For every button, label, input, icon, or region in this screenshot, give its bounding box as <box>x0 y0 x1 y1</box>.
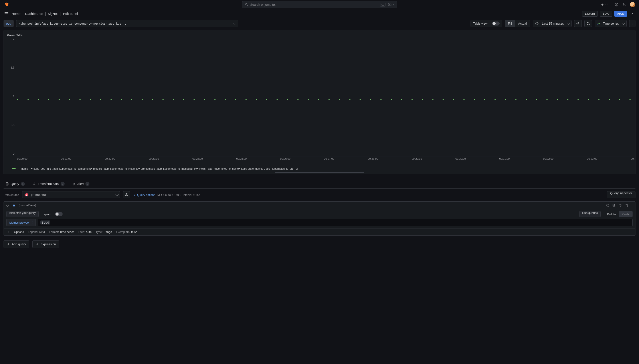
svg-point-4 <box>616 5 617 6</box>
query-ref-id[interactable]: A <box>11 203 17 208</box>
data-source-help-button[interactable] <box>123 191 130 198</box>
template-var-value: kube_pod_info{app_kubernetes_io_componen… <box>19 22 232 25</box>
panel: Panel Title 00.511.52 00:20:0000:21:0000… <box>4 30 635 174</box>
svg-rect-2 <box>382 4 384 6</box>
actual-option[interactable]: Actual <box>515 20 530 27</box>
collapse-options-button[interactable] <box>629 12 635 16</box>
visualization-label: Time series <box>603 22 619 25</box>
explain-toggle[interactable]: Explain <box>42 212 63 216</box>
svg-point-12 <box>126 196 127 196</box>
tab-query[interactable]: Query 1 <box>5 180 26 188</box>
kick-start-query-button[interactable]: Kick start your query <box>7 211 39 217</box>
menu-toggle[interactable] <box>4 11 9 17</box>
transform-icon <box>33 182 36 186</box>
builder-code-switch[interactable]: Builder Code <box>604 211 632 217</box>
table-view-label: Table view <box>473 22 487 25</box>
delete-query-button[interactable] <box>625 204 628 207</box>
tab-alert-badge: 0 <box>86 182 90 186</box>
breadcrumb-current: Edit panel <box>63 12 78 16</box>
tab-transform-label: Transform data <box>38 182 59 186</box>
explain-label: Explain <box>42 212 51 216</box>
template-var-name[interactable]: pod <box>4 20 14 27</box>
global-search[interactable]: Search or jump to... ⌘+k <box>242 1 397 8</box>
timeseries-icon <box>597 22 601 25</box>
toggle-query-visibility-button[interactable] <box>618 204 622 207</box>
add-query-button[interactable]: Add query <box>4 240 29 248</box>
chart[interactable]: 00.511.52 00:20:0000:21:0000:22:0000:23:… <box>4 40 635 166</box>
code-mode-option[interactable]: Code <box>619 211 632 217</box>
collapse-query-button[interactable] <box>5 204 9 206</box>
run-queries-button[interactable]: Run queries <box>579 211 600 217</box>
kbd-icon <box>380 3 386 7</box>
chevron-right-icon <box>31 221 33 224</box>
breadcrumb-home[interactable]: Home <box>12 12 21 16</box>
query-row: A (prometheus) Kick start your query Exp… <box>4 202 635 236</box>
add-menu[interactable] <box>600 3 607 6</box>
data-source-picker[interactable]: prometheus <box>22 191 120 198</box>
legend-color-swatch <box>12 168 16 169</box>
chevron-down-icon <box>622 22 625 25</box>
bell-icon <box>72 182 76 186</box>
legend-text: {__name__="kube_pod_info", app_kubernete… <box>18 167 298 170</box>
tab-alert[interactable]: Alert 0 <box>71 180 91 188</box>
time-range-picker[interactable]: Last 15 minutes <box>533 20 571 27</box>
tab-alert-label: Alert <box>78 182 84 186</box>
user-avatar[interactable] <box>630 2 635 8</box>
chevron-down-icon <box>234 22 237 25</box>
query-options-toggle[interactable]: Query options <box>137 193 155 196</box>
add-expression-button[interactable]: Expression <box>33 240 59 248</box>
side-pane-toggle[interactable] <box>629 20 635 27</box>
options-expand-button[interactable] <box>7 231 10 233</box>
option-exemplars: Exemplars: false <box>116 230 137 234</box>
fill-option[interactable]: Fill <box>505 20 515 27</box>
query-options-interval: Interval = 15s <box>183 193 200 196</box>
drag-handle[interactable] <box>631 204 633 207</box>
chevron-right-icon <box>133 194 135 196</box>
prometheus-icon <box>24 192 29 197</box>
chevron-right-icon <box>61 12 61 16</box>
breadcrumb-dashboard[interactable]: SigNoz <box>48 12 58 16</box>
search-icon <box>245 3 248 6</box>
metrics-browser-button[interactable]: Metrics browser <box>7 219 36 226</box>
help-icon[interactable] <box>614 3 618 7</box>
legend-scrollbar[interactable] <box>4 172 635 174</box>
breadcrumb-dashboards[interactable]: Dashboards <box>25 12 43 16</box>
panel-title[interactable]: Panel Title <box>4 30 635 40</box>
table-view-toggle[interactable]: Table view <box>470 20 502 27</box>
duplicate-query-button[interactable] <box>612 204 616 207</box>
zoom-out-button[interactable] <box>574 20 582 27</box>
tab-query-label: Query <box>11 182 19 186</box>
builder-mode-option[interactable]: Builder <box>604 211 619 217</box>
svg-rect-15 <box>613 205 615 206</box>
data-source-name: prometheus <box>31 193 47 196</box>
promql-token: $pod <box>41 220 51 224</box>
query-help-button[interactable] <box>606 204 609 207</box>
save-button[interactable]: Save <box>600 11 612 17</box>
option-step: Step: auto <box>78 230 92 234</box>
svg-point-5 <box>623 5 623 6</box>
options-label: Options <box>14 230 24 234</box>
template-var-value-picker[interactable]: kube_pod_info{app_kubernetes_io_componen… <box>16 20 238 27</box>
promql-input[interactable]: $pod <box>38 219 632 226</box>
news-icon[interactable] <box>622 3 626 7</box>
refresh-button[interactable] <box>584 20 592 27</box>
search-shortcut: ⌘+k <box>388 3 394 6</box>
y-axis: 00.511.52 <box>4 42 16 157</box>
fill-actual-switch[interactable]: Fill Actual <box>505 20 530 27</box>
plus-icon <box>36 243 39 246</box>
tab-query-badge: 1 <box>21 182 25 186</box>
svg-rect-16 <box>613 204 614 206</box>
plus-icon <box>7 243 10 246</box>
option-legend: Legend: Auto <box>28 230 45 234</box>
visualization-picker[interactable]: Time series <box>595 20 626 27</box>
x-axis: 00:20:0000:21:0000:22:0000:23:0000:24:00… <box>17 157 631 162</box>
apply-button[interactable]: Apply <box>614 11 627 17</box>
discard-button[interactable]: Discard <box>582 11 598 17</box>
query-datasource-label: (prometheus) <box>19 204 36 207</box>
option-type: Type: Range <box>96 230 112 234</box>
tab-transform[interactable]: Transform data 0 <box>32 180 65 188</box>
query-inspector-button[interactable]: Query inspector <box>607 191 635 198</box>
grafana-logo[interactable] <box>4 2 10 8</box>
chart-legend[interactable]: {__name__="kube_pod_info", app_kubernete… <box>4 166 635 172</box>
toggle-off-icon <box>492 22 500 26</box>
